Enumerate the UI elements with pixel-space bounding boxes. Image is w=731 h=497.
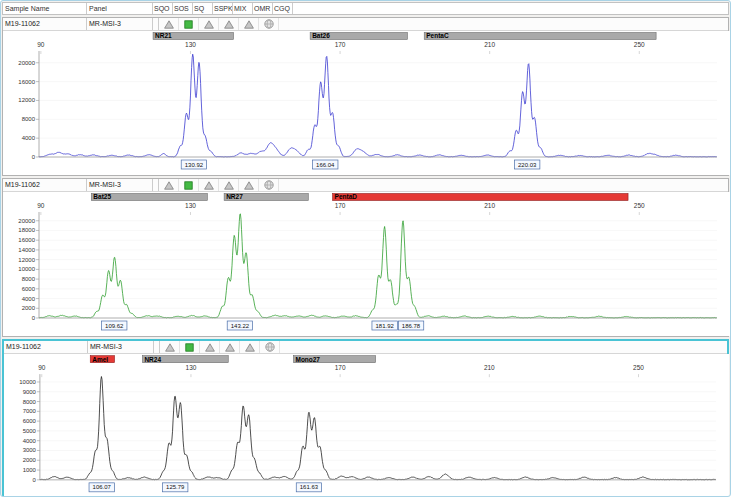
y-axis-tick-label: 1000 — [23, 467, 37, 473]
peak-size-label: 106.07 — [93, 484, 112, 490]
flag-triangle-icon[interactable] — [239, 18, 259, 30]
peak-size-label: 181.92 — [375, 323, 394, 329]
flag-globe-icon[interactable] — [260, 341, 280, 353]
x-axis-tick-label: 170 — [335, 41, 346, 48]
flag-triangle-icon[interactable] — [200, 341, 220, 353]
electropherogram-chart-3[interactable]: 0100020003000400050006000700080009000100… — [4, 354, 729, 497]
marker-label: Amel — [92, 356, 108, 363]
column-header-sq: SQ — [193, 3, 213, 14]
y-axis-tick-label: 0 — [32, 154, 36, 160]
flag-green-square-icon[interactable] — [180, 341, 200, 353]
quality-flag-icons — [159, 18, 279, 30]
flag-triangle-icon[interactable] — [219, 18, 239, 30]
y-axis-tick-label: 2000 — [23, 457, 37, 463]
peak-size-label: 130.92 — [185, 162, 204, 168]
row-spacer — [279, 179, 728, 191]
x-axis-tick-label: 210 — [484, 202, 495, 209]
column-header-row: Sample Name Panel SQO SOS SQ SSPK MIX OM… — [2, 2, 729, 15]
column-header-sos: SOS — [173, 3, 193, 14]
y-axis-tick-label: 2000 — [22, 305, 36, 311]
flag-triangle-icon[interactable] — [240, 341, 260, 353]
peak-size-label: 186.78 — [402, 323, 421, 329]
marker-label: PentaD — [335, 193, 358, 200]
flag-triangle-icon[interactable] — [220, 341, 240, 353]
flag-triangle-icon[interactable] — [239, 179, 259, 191]
row-spacer — [280, 341, 727, 353]
y-axis-tick-label: 4000 — [22, 296, 36, 302]
marker-label: Bat25 — [93, 193, 111, 200]
marker-label: NR27 — [226, 193, 243, 200]
flag-globe-icon[interactable] — [259, 18, 279, 30]
marker-label: NR24 — [144, 356, 161, 363]
flag-globe-icon[interactable] — [259, 179, 279, 191]
sample-panel-3[interactable]: M19-11062 MR-MSI-3 010002000300040005000… — [2, 339, 729, 497]
x-axis-tick-label: 170 — [335, 202, 346, 209]
sample-info-row: M19-11062 MR-MSI-3 — [3, 18, 728, 31]
flag-triangle-icon[interactable] — [219, 179, 239, 191]
sample-panel-2[interactable]: M19-11062 MR-MSI-3 020004000600080001000… — [2, 178, 729, 337]
column-header-mix: MIX — [233, 3, 253, 14]
sample-panel-1[interactable]: M19-11062 MR-MSI-3 040008000120001600020… — [2, 17, 729, 176]
x-axis-tick-label: 210 — [484, 364, 495, 371]
flag-triangle-icon[interactable] — [160, 341, 180, 353]
marker-label: PentaC — [426, 32, 449, 39]
y-axis-tick-label: 8000 — [23, 399, 37, 405]
peak-size-label: 161.63 — [300, 484, 319, 490]
quality-flag-icons — [159, 179, 279, 191]
y-axis-tick-label: 6000 — [23, 418, 37, 424]
marker-label: NR21 — [155, 32, 172, 39]
flag-green-square-icon[interactable] — [179, 18, 199, 30]
row-spacer — [279, 18, 728, 30]
flag-triangle-icon[interactable] — [199, 179, 219, 191]
flag-triangle-icon[interactable] — [159, 18, 179, 30]
panel-name[interactable]: MR-MSI-3 — [87, 179, 153, 191]
sample-name[interactable]: M19-11062 — [4, 341, 88, 353]
y-axis-tick-label: 4000 — [23, 438, 37, 444]
y-axis-tick-label: 16000 — [18, 237, 35, 243]
sample-name[interactable]: M19-11062 — [3, 18, 87, 30]
column-header-sample-name: Sample Name — [3, 3, 87, 14]
y-axis-tick-label: 3000 — [23, 447, 37, 453]
x-axis-tick-label: 90 — [37, 41, 45, 48]
electropherogram-chart-2[interactable]: 0200040006000800010000120001400016000180… — [3, 192, 730, 336]
marker-label: Bat26 — [312, 32, 330, 39]
sample-info-row: M19-11062 MR-MSI-3 — [3, 179, 728, 192]
y-axis-tick-label: 6000 — [22, 286, 36, 292]
x-axis-tick-label: 130 — [186, 364, 197, 371]
x-axis-tick-label: 130 — [185, 202, 196, 209]
y-axis-tick-label: 5000 — [23, 428, 37, 434]
sample-name[interactable]: M19-11062 — [3, 179, 87, 191]
y-axis-tick-label: 20000 — [18, 218, 35, 224]
x-axis-tick-label: 90 — [38, 364, 46, 371]
flag-triangle-icon[interactable] — [159, 179, 179, 191]
fragment-analysis-window: Sample Name Panel SQO SOS SQ SSPK MIX OM… — [0, 0, 731, 497]
electropherogram-chart-1[interactable]: 04000800012000160002000090130170210250NR… — [3, 31, 730, 175]
flag-green-square-icon[interactable] — [179, 179, 199, 191]
peak-size-label: 143.22 — [231, 323, 250, 329]
column-header-cgq: CGQ — [273, 3, 293, 14]
marker-bar-PentaD[interactable] — [333, 194, 628, 201]
y-axis-tick-label: 10000 — [18, 266, 35, 272]
sample-info-row: M19-11062 MR-MSI-3 — [4, 341, 727, 354]
peak-size-label: 109.62 — [105, 323, 124, 329]
electropherogram-trace — [39, 54, 717, 157]
panel-name[interactable]: MR-MSI-3 — [87, 18, 153, 30]
quality-flag-icons — [160, 341, 280, 353]
peak-size-label: 166.04 — [316, 162, 335, 168]
x-axis-tick-label: 210 — [484, 41, 495, 48]
marker-bar-PentaC[interactable] — [424, 33, 656, 40]
column-header-sqo: SQO — [153, 3, 173, 14]
y-axis-tick-label: 12000 — [18, 257, 35, 263]
y-axis-tick-label: 14000 — [18, 247, 35, 253]
y-axis-tick-label: 0 — [33, 477, 37, 483]
panel-name[interactable]: MR-MSI-3 — [88, 341, 154, 353]
header-spacer — [293, 3, 728, 14]
y-axis-tick-label: 18000 — [18, 227, 35, 233]
flag-triangle-icon[interactable] — [199, 18, 219, 30]
y-axis-tick-label: 8000 — [22, 116, 36, 122]
y-axis-tick-label: 8000 — [22, 276, 36, 282]
y-axis-tick-label: 9000 — [23, 389, 37, 395]
peak-size-label: 125.79 — [166, 484, 185, 490]
y-axis-tick-label: 20000 — [18, 60, 35, 66]
x-axis-tick-label: 130 — [185, 41, 196, 48]
